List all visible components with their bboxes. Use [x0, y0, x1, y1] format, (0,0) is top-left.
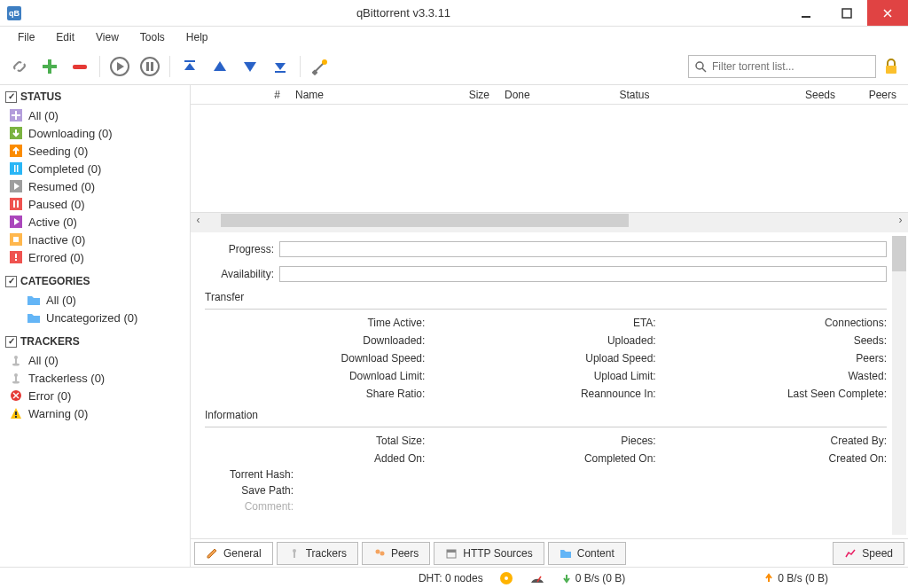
folder-icon — [560, 547, 572, 560]
tracker-all[interactable]: All (0) — [4, 351, 190, 369]
status-all[interactable]: All (0) — [4, 106, 190, 124]
status-resumed[interactable]: Resumed (0) — [4, 177, 190, 195]
col-name[interactable]: Name — [288, 89, 448, 101]
chart-icon — [844, 547, 857, 560]
col-done[interactable]: Done — [497, 89, 568, 101]
all-icon — [9, 108, 23, 122]
up-arrow-icon — [763, 573, 774, 584]
category-uncategorized[interactable]: Uncategorized (0) — [4, 309, 190, 326]
col-peers[interactable]: Peers — [843, 89, 908, 101]
menu-view[interactable]: View — [85, 28, 129, 46]
details-tabs: General Trackers Peers HTTP Sources Cont… — [191, 538, 908, 567]
col-status[interactable]: Status — [568, 89, 701, 101]
svg-rect-14 — [886, 66, 896, 74]
menu-help[interactable]: Help — [176, 28, 219, 46]
tab-general[interactable]: General — [194, 542, 273, 565]
transfer-grid: Time Active:ETA:Connections: Downloaded:… — [205, 315, 887, 402]
dht-status[interactable]: DHT: 0 nodes — [419, 572, 483, 584]
download-rate[interactable]: 0 B/s (0 B) — [561, 572, 626, 584]
paused-icon — [9, 197, 23, 211]
disk-icon[interactable] — [499, 571, 513, 585]
svg-point-13 — [696, 62, 703, 69]
queue-top-button[interactable] — [177, 54, 202, 79]
tracker-icon — [288, 547, 301, 560]
add-link-button[interactable] — [7, 54, 32, 79]
upload-rate[interactable]: 0 B/s (0 B) — [763, 572, 828, 584]
folder-icon — [27, 293, 41, 307]
tab-peers[interactable]: Peers — [362, 542, 430, 565]
tracker-icon — [9, 371, 23, 385]
status-completed[interactable]: Completed (0) — [4, 160, 190, 177]
svg-point-43 — [380, 551, 384, 555]
tab-trackers[interactable]: Trackers — [277, 542, 358, 565]
filter-input[interactable] — [712, 60, 870, 73]
maximize-button[interactable] — [826, 0, 867, 26]
download-icon — [9, 126, 23, 140]
remove-button[interactable] — [67, 54, 92, 79]
close-button[interactable] — [867, 0, 908, 26]
queue-bottom-button[interactable] — [268, 54, 293, 79]
status-errored[interactable]: Errored (0) — [4, 248, 190, 266]
speedometer-icon[interactable] — [529, 572, 545, 584]
svg-point-11 — [322, 59, 327, 65]
sidebar-status-header[interactable]: ✓ STATUS — [4, 89, 190, 106]
svg-rect-0 — [802, 16, 810, 18]
status-seeding[interactable]: Seeding (0) — [4, 142, 190, 160]
status-paused[interactable]: Paused (0) — [4, 195, 190, 213]
app-icon: qB — [7, 6, 21, 20]
peers-icon — [373, 547, 386, 560]
svg-rect-9 — [184, 60, 195, 62]
minimize-button[interactable] — [786, 0, 826, 26]
status-checkbox[interactable]: ✓ — [5, 91, 17, 103]
svg-rect-3 — [43, 65, 57, 68]
tracker-trackerless[interactable]: Trackerless (0) — [4, 369, 190, 387]
svg-rect-20 — [17, 165, 19, 172]
inactive-icon — [9, 232, 23, 247]
filter-box[interactable] — [688, 55, 876, 78]
search-icon — [694, 60, 707, 73]
col-num[interactable]: # — [191, 89, 288, 101]
sidebar-categories-header[interactable]: ✓ CATEGORIES — [4, 273, 190, 291]
tab-speed[interactable]: Speed — [833, 542, 904, 565]
availability-label: Availability: — [205, 268, 279, 280]
upload-icon — [9, 144, 23, 158]
queue-up-button[interactable] — [207, 54, 232, 79]
torrent-table-header[interactable]: # Name Size Done Status Seeds Peers — [191, 85, 908, 105]
trackers-checkbox[interactable]: ✓ — [5, 336, 17, 348]
availability-bar — [279, 266, 887, 282]
svg-rect-18 — [10, 162, 22, 175]
tracker-error[interactable]: Error (0) — [4, 387, 190, 404]
categories-checkbox[interactable]: ✓ — [5, 276, 17, 287]
pause-button[interactable] — [137, 54, 162, 79]
category-all[interactable]: All (0) — [4, 291, 190, 309]
menu-edit[interactable]: Edit — [45, 28, 85, 46]
col-seeds[interactable]: Seeds — [701, 89, 843, 101]
progress-bar — [279, 241, 887, 257]
http-icon — [445, 547, 458, 560]
status-downloading[interactable]: Downloading (0) — [4, 124, 190, 142]
active-icon — [9, 215, 23, 229]
lock-icon[interactable] — [881, 57, 901, 76]
tab-http[interactable]: HTTP Sources — [434, 542, 544, 565]
queue-down-button[interactable] — [238, 54, 262, 79]
menu-file[interactable]: File — [7, 28, 45, 46]
pencil-icon — [206, 547, 218, 560]
window-title: qBittorrent v3.3.11 — [21, 6, 786, 20]
preferences-button[interactable] — [308, 54, 333, 79]
menu-tools[interactable]: Tools — [129, 28, 176, 46]
resume-button[interactable] — [107, 54, 132, 79]
col-size[interactable]: Size — [448, 89, 497, 101]
sidebar-trackers-header[interactable]: ✓ TRACKERS — [4, 333, 190, 351]
error-circle-icon — [9, 388, 23, 403]
torrent-table-body[interactable] — [191, 105, 908, 212]
details-scrollbar[interactable] — [892, 236, 906, 535]
tab-content[interactable]: Content — [548, 542, 626, 565]
status-inactive[interactable]: Inactive (0) — [4, 231, 190, 248]
add-torrent-button[interactable] — [37, 54, 62, 79]
tracker-warning[interactable]: Warning (0) — [4, 404, 190, 422]
error-icon — [9, 250, 23, 264]
svg-rect-24 — [17, 200, 19, 208]
status-active[interactable]: Active (0) — [4, 213, 190, 231]
horizontal-scrollbar[interactable]: ‹› — [191, 212, 908, 227]
svg-rect-23 — [13, 200, 15, 208]
